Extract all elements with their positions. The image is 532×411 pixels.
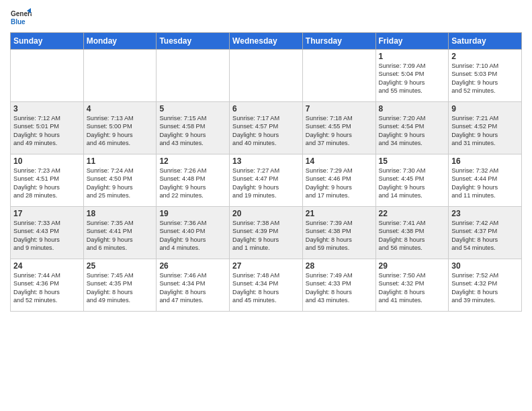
day-info: Sunrise: 7:23 AMSunset: 4:51 PMDaylight:… [13,167,81,200]
day-number: 10 [13,156,81,166]
calendar-cell: 22Sunrise: 7:41 AMSunset: 4:38 PMDayligh… [375,207,449,259]
calendar-cell: 3Sunrise: 7:12 AMSunset: 5:01 PMDaylight… [11,102,84,154]
day-number: 11 [87,156,154,166]
day-number: 18 [87,209,154,218]
day-info: Sunrise: 7:42 AMSunset: 4:37 PMDaylight:… [451,219,519,253]
day-info: Sunrise: 7:21 AMSunset: 4:52 PMDaylight:… [451,114,519,148]
calendar-cell [302,50,375,102]
calendar-cell: 23Sunrise: 7:42 AMSunset: 4:37 PMDayligh… [449,207,522,259]
weekday-header-tuesday: Tuesday [157,33,230,50]
day-info: Sunrise: 7:52 AMSunset: 4:32 PMDaylight:… [451,271,519,305]
day-info: Sunrise: 7:48 AMSunset: 4:34 PMDaylight:… [232,271,300,305]
weekday-header-wednesday: Wednesday [230,33,303,50]
calendar-cell: 28Sunrise: 7:49 AMSunset: 4:33 PMDayligh… [302,259,375,312]
weekday-header-saturday: Saturday [449,33,522,50]
weekday-header-thursday: Thursday [302,33,375,50]
day-number: 25 [87,261,154,271]
day-number: 16 [451,156,519,166]
calendar-cell: 4Sunrise: 7:13 AMSunset: 5:00 PMDaylight… [83,102,157,154]
day-number: 14 [306,156,373,166]
day-number: 9 [451,104,519,113]
day-number: 2 [451,52,519,61]
weekday-header-sunday: Sunday [11,33,84,50]
day-info: Sunrise: 7:15 AMSunset: 4:58 PMDaylight:… [159,114,226,148]
day-number: 7 [306,104,373,113]
day-info: Sunrise: 7:20 AMSunset: 4:54 PMDaylight:… [379,114,446,148]
day-info: Sunrise: 7:41 AMSunset: 4:38 PMDaylight:… [379,219,446,253]
calendar-cell: 9Sunrise: 7:21 AMSunset: 4:52 PMDaylight… [449,102,522,154]
weekday-header-monday: Monday [83,33,157,50]
calendar-cell: 11Sunrise: 7:24 AMSunset: 4:50 PMDayligh… [83,154,157,207]
day-info: Sunrise: 7:45 AMSunset: 4:35 PMDaylight:… [87,271,154,305]
calendar-cell [11,50,84,102]
calendar-cell [83,50,157,102]
day-number: 26 [159,261,226,271]
calendar-cell: 30Sunrise: 7:52 AMSunset: 4:32 PMDayligh… [449,259,522,312]
calendar-cell: 19Sunrise: 7:36 AMSunset: 4:40 PMDayligh… [157,207,230,259]
calendar-header-row: SundayMondayTuesdayWednesdayThursdayFrid… [11,33,522,50]
calendar-cell: 6Sunrise: 7:17 AMSunset: 4:57 PMDaylight… [230,102,303,154]
day-info: Sunrise: 7:17 AMSunset: 4:57 PMDaylight:… [232,114,300,148]
day-info: Sunrise: 7:09 AMSunset: 5:04 PMDaylight:… [379,62,446,95]
weekday-header-friday: Friday [375,33,449,50]
day-number: 21 [306,209,373,218]
calendar-cell: 5Sunrise: 7:15 AMSunset: 4:58 PMDaylight… [157,102,230,154]
day-number: 22 [379,209,446,218]
calendar-cell: 1Sunrise: 7:09 AMSunset: 5:04 PMDaylight… [375,50,449,102]
logo-graphic: General Blue [10,7,32,28]
day-number: 4 [87,104,154,113]
day-info: Sunrise: 7:27 AMSunset: 4:47 PMDaylight:… [232,167,300,200]
day-info: Sunrise: 7:49 AMSunset: 4:33 PMDaylight:… [306,271,373,305]
day-number: 27 [232,261,300,271]
calendar-cell: 26Sunrise: 7:46 AMSunset: 4:34 PMDayligh… [157,259,230,312]
day-info: Sunrise: 7:29 AMSunset: 4:46 PMDaylight:… [306,167,373,200]
day-info: Sunrise: 7:39 AMSunset: 4:38 PMDaylight:… [306,219,373,253]
day-number: 5 [159,104,226,113]
day-info: Sunrise: 7:50 AMSunset: 4:32 PMDaylight:… [379,271,446,305]
logo: General Blue [10,7,32,28]
calendar-cell: 12Sunrise: 7:26 AMSunset: 4:48 PMDayligh… [157,154,230,207]
calendar-cell: 20Sunrise: 7:38 AMSunset: 4:39 PMDayligh… [230,207,303,259]
day-number: 29 [379,261,446,271]
day-info: Sunrise: 7:32 AMSunset: 4:44 PMDaylight:… [451,167,519,200]
day-number: 12 [159,156,226,166]
day-number: 17 [13,209,81,218]
day-info: Sunrise: 7:13 AMSunset: 5:00 PMDaylight:… [87,114,154,148]
day-info: Sunrise: 7:33 AMSunset: 4:43 PMDaylight:… [13,219,81,253]
day-info: Sunrise: 7:10 AMSunset: 5:03 PMDaylight:… [451,62,519,95]
day-info: Sunrise: 7:35 AMSunset: 4:41 PMDaylight:… [87,219,154,253]
calendar-cell: 2Sunrise: 7:10 AMSunset: 5:03 PMDaylight… [449,50,522,102]
calendar-cell: 17Sunrise: 7:33 AMSunset: 4:43 PMDayligh… [11,207,84,259]
day-info: Sunrise: 7:30 AMSunset: 4:45 PMDaylight:… [379,167,446,200]
calendar-cell [157,50,230,102]
day-number: 8 [379,104,446,113]
calendar-cell: 24Sunrise: 7:44 AMSunset: 4:36 PMDayligh… [11,259,84,312]
calendar-cell: 13Sunrise: 7:27 AMSunset: 4:47 PMDayligh… [230,154,303,207]
day-info: Sunrise: 7:38 AMSunset: 4:39 PMDaylight:… [232,219,300,253]
day-info: Sunrise: 7:18 AMSunset: 4:55 PMDaylight:… [306,114,373,148]
calendar-cell: 25Sunrise: 7:45 AMSunset: 4:35 PMDayligh… [83,259,157,312]
day-number: 30 [451,261,519,271]
day-number: 28 [306,261,373,271]
day-number: 20 [232,209,300,218]
calendar-cell: 7Sunrise: 7:18 AMSunset: 4:55 PMDaylight… [302,102,375,154]
calendar-cell: 8Sunrise: 7:20 AMSunset: 4:54 PMDaylight… [375,102,449,154]
day-number: 13 [232,156,300,166]
svg-text:Blue: Blue [11,18,26,26]
day-number: 6 [232,104,300,113]
logo-svg: General Blue [10,7,32,28]
calendar-cell [230,50,303,102]
header: General Blue [10,7,522,28]
calendar-cell: 21Sunrise: 7:39 AMSunset: 4:38 PMDayligh… [302,207,375,259]
day-number: 23 [451,209,519,218]
calendar-cell: 10Sunrise: 7:23 AMSunset: 4:51 PMDayligh… [11,154,84,207]
day-info: Sunrise: 7:24 AMSunset: 4:50 PMDaylight:… [87,167,154,200]
day-number: 19 [159,209,226,218]
page-container: General Blue SundayMondayTuesdayWednesda… [0,0,532,411]
calendar-table: SundayMondayTuesdayWednesdayThursdayFrid… [10,32,522,312]
day-number: 3 [13,104,81,113]
day-info: Sunrise: 7:12 AMSunset: 5:01 PMDaylight:… [13,114,81,148]
calendar-cell: 18Sunrise: 7:35 AMSunset: 4:41 PMDayligh… [83,207,157,259]
day-number: 15 [379,156,446,166]
calendar-cell: 27Sunrise: 7:48 AMSunset: 4:34 PMDayligh… [230,259,303,312]
